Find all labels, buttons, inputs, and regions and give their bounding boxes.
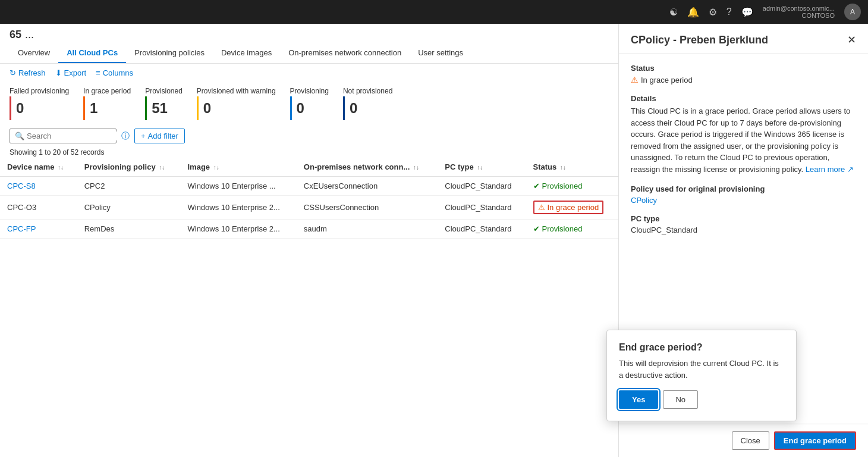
panel-pctype-section: PC type CloudPC_Standard — [631, 214, 856, 234]
feedback-icon[interactable]: 💬 — [741, 7, 753, 18]
image-cell: Windows 10 Enterprise 2... — [180, 196, 296, 220]
status-card-grace[interactable]: In grace period 1 — [83, 87, 131, 120]
sort-icon-pctype: ↑↓ — [477, 164, 483, 171]
dialog-message: This will deprovision the current Cloud … — [619, 358, 784, 381]
provisioning-bar — [290, 96, 292, 120]
col-image[interactable]: Image ↑↓ — [180, 158, 296, 177]
policy-cell: RemDes — [77, 220, 181, 239]
device-name-cell: CPC-O3 — [0, 196, 77, 220]
col-status[interactable]: Status ↑↓ — [526, 158, 619, 177]
tab-all-cloud-pcs[interactable]: All Cloud PCs — [58, 43, 126, 63]
device-name-cell: CPC-FP — [0, 220, 77, 239]
data-table: Device name ↑↓ Provisioning policy ↑↓ Im… — [0, 158, 618, 239]
tab-overview[interactable]: Overview — [10, 43, 58, 63]
grace-bar — [83, 96, 85, 120]
avatar[interactable]: A — [844, 4, 861, 20]
panel-pctype-value: CloudPC_Standard — [631, 226, 856, 234]
network-cell: CSSUsersConnection — [297, 196, 438, 220]
panel-details-section: Details This Cloud PC is in a grace peri… — [631, 94, 856, 175]
provisioned-icon: ✔ — [533, 224, 540, 233]
status-card-failed[interactable]: Failed provisioning 0 — [10, 87, 69, 120]
status-badge: ✔ Provisioned — [533, 224, 583, 233]
content-area: 65 ... Overview All Cloud PCs Provisioni… — [0, 24, 618, 457]
notifications-icon[interactable]: 🔔 — [687, 7, 699, 18]
status-cell: ⚠ In grace period — [526, 196, 619, 220]
device-name-link[interactable]: CPC-FP — [7, 224, 36, 233]
panel-warning-icon: ⚠ — [631, 75, 639, 84]
dialog-title: End grace period? — [619, 342, 784, 353]
topbar: ☯ 🔔 ⚙ ? 💬 admin@contoso.onmic... CONTOSO… — [0, 0, 868, 24]
table-row: CPC-S8 CPC2 Windows 10 Enterprise ... Cx… — [0, 177, 618, 196]
help-icon[interactable]: ? — [727, 7, 732, 17]
settings-icon[interactable]: ⚙ — [709, 7, 717, 18]
network-cell: CxEUsersConnection — [297, 177, 438, 196]
sort-icon-policy: ↑↓ — [159, 164, 165, 171]
status-cell: ✔ Provisioned — [526, 177, 619, 196]
nav-tabs: Overview All Cloud PCs Provisioning poli… — [0, 43, 618, 64]
status-cell: ✔ Provisioned — [526, 220, 619, 239]
toolbar: ↻ Refresh ⬇ Export ≡ Columns — [0, 64, 618, 82]
records-info: Showing 1 to 20 of 52 records — [0, 147, 618, 158]
col-provisioning-policy[interactable]: Provisioning policy ↑↓ — [77, 158, 181, 177]
user-info: admin@contoso.onmic... CONTOSO — [763, 5, 835, 19]
pctype-cell: CloudPC_Standard — [438, 177, 526, 196]
breadcrumb-dots: ... — [25, 29, 34, 41]
panel-close-btn[interactable]: Close — [732, 431, 769, 450]
status-badge: ✔ Provisioned — [533, 181, 583, 190]
sort-icon-status: ↑↓ — [560, 164, 566, 171]
grace-status-badge: ⚠ In grace period — [533, 201, 604, 214]
add-filter-button[interactable]: + Add filter — [134, 129, 185, 143]
col-pc-type[interactable]: PC type ↑↓ — [438, 158, 526, 177]
tab-on-premises[interactable]: On-premises network connection — [280, 43, 410, 63]
table-row: CPC-FP RemDes Windows 10 Enterprise 2...… — [0, 220, 618, 239]
columns-button[interactable]: ≡ Columns — [96, 68, 133, 77]
export-button[interactable]: ⬇ Export — [55, 68, 87, 77]
col-device-name[interactable]: Device name ↑↓ — [0, 158, 77, 177]
end-grace-button[interactable]: End grace period — [774, 431, 856, 450]
provisioned-bar — [145, 96, 147, 120]
panel-policy-link[interactable]: CPolicy — [631, 196, 657, 205]
dialog-no-button[interactable]: No — [663, 390, 698, 409]
failed-bar — [10, 96, 11, 120]
tab-device-images[interactable]: Device images — [213, 43, 280, 63]
provisioned-icon: ✔ — [533, 181, 540, 190]
status-card-warning[interactable]: Provisioned with warning 0 — [197, 87, 276, 120]
export-icon: ⬇ — [55, 68, 62, 77]
refresh-button[interactable]: ↻ Refresh — [10, 68, 46, 77]
col-on-premises[interactable]: On-premises network conn... ↑↓ — [297, 158, 438, 177]
pctype-cell: CloudPC_Standard — [438, 196, 526, 220]
panel-status-section: Status ⚠ In grace period — [631, 64, 856, 84]
pctype-cell: CloudPC_Standard — [438, 220, 526, 239]
status-card-provisioned[interactable]: Provisioned 51 — [145, 87, 183, 120]
not-provisioned-bar — [343, 96, 345, 120]
panel-policy-section: Policy used for original provisioning CP… — [631, 184, 856, 205]
status-card-provisioning[interactable]: Provisioning 0 — [290, 87, 329, 120]
image-cell: Windows 10 Enterprise 2... — [180, 220, 296, 239]
status-card-not-provisioned[interactable]: Not provisioned 0 — [343, 87, 392, 120]
search-input[interactable] — [27, 132, 127, 140]
dialog-buttons: Yes No — [619, 390, 784, 409]
warning-bar — [197, 96, 199, 120]
sort-icon-image: ↑↓ — [213, 164, 219, 171]
panel-status-value: ⚠ In grace period — [631, 75, 856, 84]
panel-title: CPolicy - Preben Bjerklund — [631, 34, 768, 46]
policy-cell: CPolicy — [77, 196, 181, 220]
network-cell: saudm — [297, 220, 438, 239]
dialog-yes-button[interactable]: Yes — [619, 390, 658, 409]
device-name-link[interactable]: CPC-S8 — [7, 181, 36, 190]
learn-more-link[interactable]: Learn more ↗ — [806, 165, 854, 174]
sort-icon-network: ↑↓ — [413, 164, 419, 171]
table-row: CPC-O3 CPolicy Windows 10 Enterprise 2..… — [0, 196, 618, 220]
cloud-icon[interactable]: ☯ — [669, 7, 678, 18]
panel-details-text: This Cloud PC is in a grace period. Grac… — [631, 105, 856, 175]
end-grace-dialog: End grace period? This will deprovision … — [606, 330, 797, 421]
table-header-row: Device name ↑↓ Provisioning policy ↑↓ Im… — [0, 158, 618, 177]
tab-provisioning-policies[interactable]: Provisioning policies — [126, 43, 213, 63]
panel-close-button[interactable]: ✕ — [847, 33, 856, 46]
search-box: 🔍 — [10, 129, 117, 143]
sort-icon-device: ↑↓ — [58, 164, 64, 171]
panel-header: CPolicy - Preben Bjerklund ✕ — [619, 24, 868, 54]
tab-user-settings[interactable]: User settings — [410, 43, 471, 63]
filter-row: 🔍 ⓘ + Add filter — [0, 125, 618, 147]
info-icon[interactable]: ⓘ — [121, 131, 130, 142]
